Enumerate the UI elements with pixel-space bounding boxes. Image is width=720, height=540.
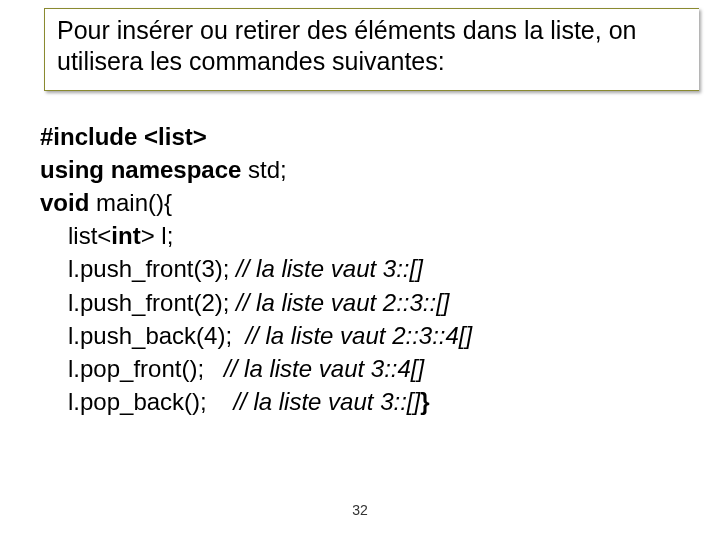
code-line-pop1: l.pop_front(); // la liste vaut 3::4[] [40, 352, 680, 385]
push3-code: l.push_back(4); [68, 322, 245, 349]
pop2-code: l.pop_back(); [68, 388, 233, 415]
list-open: list< [68, 222, 111, 249]
code-block: #include <list> using namespace std; voi… [40, 120, 680, 418]
code-line-main: void main(){ [40, 186, 680, 219]
closing-brace: } [420, 388, 429, 415]
using-keyword: using namespace [40, 156, 248, 183]
code-line-push1: l.push_front(3); // la liste vaut 3::[] [40, 252, 680, 285]
push1-code: l.push_front(3); [68, 255, 236, 282]
push2-code: l.push_front(2); [68, 289, 236, 316]
title-text: Pour insérer ou retirer des éléments dan… [57, 16, 636, 75]
int-keyword: int [111, 222, 140, 249]
void-keyword: void [40, 189, 96, 216]
title-box: Pour insérer ou retirer des éléments dan… [44, 8, 699, 91]
pop2-comment: // la liste vaut 3::[] [233, 388, 420, 415]
slide: Pour insérer ou retirer des éléments dan… [0, 0, 720, 540]
pop1-comment: // la liste vaut 3::4[] [224, 355, 424, 382]
code-line-pop2: l.pop_back(); // la liste vaut 3::[]} [40, 385, 680, 418]
push2-comment: // la liste vaut 2::3::[] [236, 289, 449, 316]
code-line-include: #include <list> [40, 120, 680, 153]
code-line-decl: list<int> l; [40, 219, 680, 252]
main-decl: main(){ [96, 189, 172, 216]
push3-comment: // la liste vaut 2::3::4[] [245, 322, 472, 349]
code-line-push3: l.push_back(4); // la liste vaut 2::3::4… [40, 319, 680, 352]
push1-comment: // la liste vaut 3::[] [236, 255, 423, 282]
code-line-push2: l.push_front(2); // la liste vaut 2::3::… [40, 286, 680, 319]
include-directive: #include <list> [40, 123, 207, 150]
list-close: > l; [141, 222, 174, 249]
pop1-code: l.pop_front(); [68, 355, 224, 382]
code-line-using: using namespace std; [40, 153, 680, 186]
using-rest: std; [248, 156, 287, 183]
page-number: 32 [0, 502, 720, 518]
